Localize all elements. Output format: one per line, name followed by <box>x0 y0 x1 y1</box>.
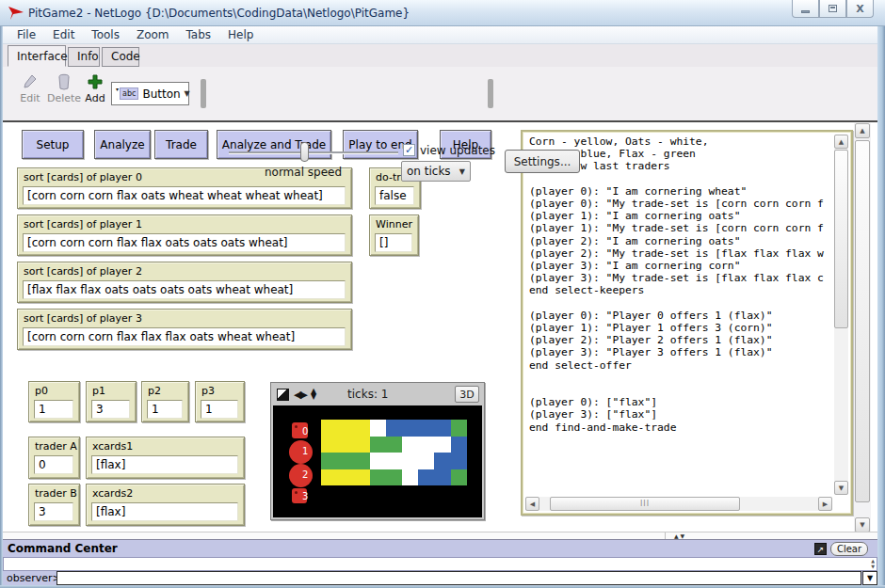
patch-corn <box>353 420 369 437</box>
monitor-value: [] <box>375 233 412 252</box>
die-pip <box>295 425 298 428</box>
tab-interface[interactable]: Interface <box>8 45 66 67</box>
patch-oats <box>370 420 386 437</box>
patch-corn <box>321 437 337 453</box>
resize-view-icon[interactable] <box>277 389 289 401</box>
clear-button[interactable]: Clear <box>830 542 868 556</box>
update-mode-dropdown[interactable]: on ticks ▼ <box>401 161 471 182</box>
monitor-label: sort [cards] of player 1 <box>24 218 351 230</box>
monitor-label: p2 <box>148 385 188 397</box>
monitor-p0: p0 1 <box>28 381 80 422</box>
analyze-and-trade-button[interactable]: Analyze and Trade <box>217 130 331 159</box>
ticks-counter: ticks: 1 <box>347 388 388 401</box>
command-input[interactable] <box>56 571 861 585</box>
monitor-value: 1 <box>201 400 238 419</box>
monitor-value: [corn corn corn flax oats wheat wheat wh… <box>23 186 346 205</box>
trade-button[interactable]: Trade <box>154 130 208 159</box>
abc-icon: abc <box>120 87 138 100</box>
command-center-splitter[interactable]: ▲▼ <box>3 532 877 539</box>
vscroll-thumb[interactable] <box>855 140 870 502</box>
widget-type-dropdown[interactable]: ▾ abc Button ▼ <box>111 82 189 105</box>
button-label: Analyze and Trade <box>222 138 326 151</box>
view-updates-checkbox[interactable]: ✓ <box>403 144 415 156</box>
patch-corn <box>337 437 353 453</box>
patch-flax <box>370 469 386 486</box>
circle-marker-1: 1 <box>289 440 313 464</box>
monitor-value: [flax] <box>91 455 238 474</box>
speed-label: normal speed <box>227 166 379 179</box>
menu-tabs[interactable]: Tabs <box>178 27 220 42</box>
patch-oats <box>386 453 402 469</box>
add-label: Add <box>85 92 105 104</box>
menu-tools[interactable]: Tools <box>83 27 128 42</box>
maximize-button[interactable] <box>819 0 846 18</box>
analyze-button[interactable]: Analyze <box>94 130 151 159</box>
horizontal-arrows-icon[interactable]: ◀▶ <box>294 389 306 401</box>
monitor-label: trader B <box>35 487 79 500</box>
minimize-button[interactable] <box>792 0 819 18</box>
menu-edit[interactable]: Edit <box>44 27 83 42</box>
add-widget-button[interactable]: Add <box>80 73 110 104</box>
close-button[interactable]: X <box>846 0 874 18</box>
speed-slider-thumb[interactable] <box>300 142 309 162</box>
monitor-p3: p3 1 <box>195 381 245 422</box>
patch-wheat <box>386 420 402 437</box>
marker-number: 1 <box>302 446 308 456</box>
patch-wheat <box>418 469 434 486</box>
monitor-xcards2: xcards2 [flax] <box>86 484 245 526</box>
monitor-value: [flax] <box>91 502 238 521</box>
clear-label: Clear <box>837 544 861 554</box>
world-area[interactable]: 0123 <box>273 405 482 517</box>
vertical-arrows-icon[interactable]: ▲▼ <box>311 389 316 400</box>
output-hscrollbar[interactable]: ◀ III ▶ <box>525 497 832 511</box>
monitor-value: 1 <box>147 400 183 419</box>
setup-button[interactable]: Setup <box>22 130 84 159</box>
patch-corn <box>321 420 337 437</box>
scroll-left-icon[interactable]: ◀ <box>525 497 539 511</box>
monitor-value: 3 <box>34 502 73 521</box>
hscroll-thumb[interactable]: III <box>550 497 740 511</box>
3d-button[interactable]: 3D <box>455 386 479 403</box>
command-center-log: ▲▼ <box>3 557 877 571</box>
monitor-p1: p1 3 <box>86 381 137 422</box>
window-border-left <box>0 26 3 588</box>
agent-type-dropdown[interactable]: ▼ <box>862 571 877 585</box>
scroll-right-icon[interactable]: ▶ <box>818 497 832 511</box>
menu-help[interactable]: Help <box>219 27 262 42</box>
command-center-input-row: observer> ▼ <box>3 571 877 585</box>
patch-oats <box>418 453 434 469</box>
patch-corn <box>321 469 337 486</box>
export-icon[interactable]: ↗ <box>814 543 827 555</box>
scroll-down-icon[interactable]: ▼ <box>855 517 870 532</box>
splitter-arrows-icon[interactable]: ▲▼ <box>674 532 686 539</box>
patch-oats <box>370 453 386 469</box>
toolbar-divider <box>201 79 206 108</box>
scroll-down-icon[interactable]: ▼ <box>834 481 848 495</box>
vscroll-thumb[interactable] <box>834 150 848 328</box>
speed-slider-track[interactable] <box>229 151 398 153</box>
circle-marker-2: 2 <box>289 464 313 487</box>
edit-widget-button[interactable]: Edit <box>14 73 46 104</box>
delete-widget-button[interactable]: Delete <box>44 73 84 104</box>
settings-label: Settings... <box>514 155 571 168</box>
menu-zoom[interactable]: Zoom <box>128 27 178 42</box>
marker-number: 2 <box>302 469 308 480</box>
patch-wheat <box>418 420 434 437</box>
delete-label: Delete <box>47 92 81 104</box>
tab-info[interactable]: Info <box>68 47 100 67</box>
tab-code[interactable]: Code <box>102 47 139 67</box>
patch-wheat <box>451 437 467 453</box>
world-view[interactable]: ◀▶ ▲▼ ticks: 1 3D 0123 <box>270 382 485 520</box>
output-vscrollbar[interactable]: ▲ ▼ <box>834 135 848 495</box>
settings-button[interactable]: Settings... <box>505 150 580 173</box>
title-bar[interactable]: PitGame2 - NetLogo {D:\Documents\CodingD… <box>0 0 885 26</box>
monitor-p2: p2 1 <box>141 381 189 422</box>
monitor-value: false <box>375 186 414 205</box>
monitor-label: p1 <box>92 385 136 397</box>
canvas-vscrollbar[interactable]: ▲ ▼ <box>854 123 871 532</box>
scroll-up-icon[interactable]: ▲ <box>855 123 870 138</box>
scroll-up-icon[interactable]: ▲ <box>834 135 848 149</box>
log-scroll-arrows-icon[interactable]: ▲▼ <box>871 558 875 569</box>
patch-oats <box>402 437 418 453</box>
menu-file[interactable]: File <box>8 27 44 42</box>
